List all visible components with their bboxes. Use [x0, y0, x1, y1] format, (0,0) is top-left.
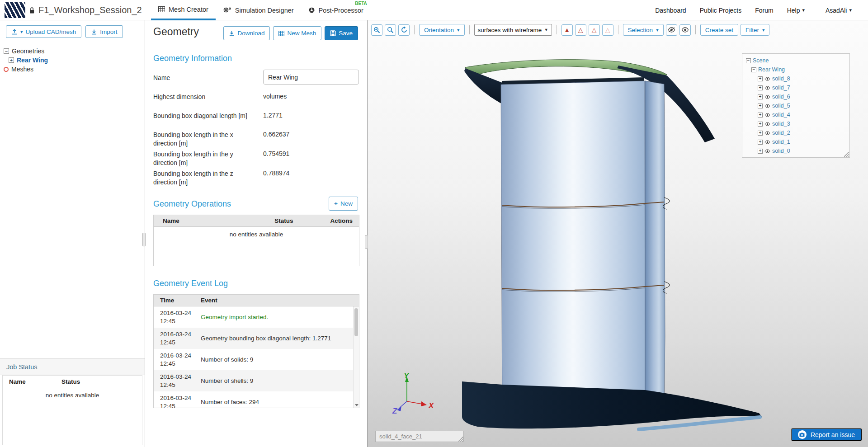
- solid-label[interactable]: solid_4: [772, 112, 790, 118]
- tree-node-meshes[interactable]: Meshes: [4, 65, 48, 74]
- visibility-eye-icon[interactable]: [764, 104, 770, 108]
- scene-label[interactable]: Scene: [753, 57, 769, 64]
- solid-label[interactable]: solid_2: [772, 130, 790, 136]
- reset-view-button[interactable]: [398, 24, 410, 36]
- panel-resize-handle[interactable]: [365, 235, 368, 249]
- axis-y-label: Y: [404, 372, 410, 380]
- visibility-eye-icon[interactable]: [764, 86, 770, 90]
- job-status-empty: no entities available: [3, 388, 142, 399]
- scene-solid-node[interactable]: + solid_2: [742, 128, 849, 137]
- scene-node[interactable]: − Scene: [742, 56, 849, 65]
- solid-label[interactable]: solid_0: [772, 148, 790, 154]
- expand-icon[interactable]: +: [758, 85, 763, 90]
- new-operation-button[interactable]: + New: [329, 197, 358, 211]
- field-value: 1.2771: [263, 112, 283, 120]
- show-selection-button[interactable]: [679, 24, 691, 36]
- mesh-quality-outline-button[interactable]: △: [575, 24, 586, 36]
- field-bbox-z: Bounding box length in the z direction […: [153, 169, 359, 187]
- visibility-eye-icon[interactable]: [764, 149, 770, 153]
- mesh-quality-filled-button[interactable]: ▲: [561, 24, 573, 36]
- nav-public-projects[interactable]: Public Projects: [700, 7, 742, 14]
- expand-icon[interactable]: +: [758, 149, 763, 154]
- scene-solid-node[interactable]: + solid_5: [742, 101, 849, 110]
- save-button[interactable]: Save: [325, 26, 358, 40]
- collapse-icon[interactable]: −: [746, 58, 751, 63]
- page-title: Geometry: [153, 26, 199, 38]
- tab-simulation-designer[interactable]: Simulation Designer: [216, 0, 301, 20]
- mesh-quality-light-button[interactable]: △: [589, 24, 600, 36]
- tree-node-rear-wing[interactable]: + Rear Wing: [4, 56, 48, 65]
- viewport-3d[interactable]: Orientation ▾ surfaces with wireframe ▼ …: [368, 20, 868, 447]
- orientation-dropdown[interactable]: Orientation ▾: [419, 24, 465, 36]
- solid-label[interactable]: solid_7: [772, 85, 790, 91]
- geometry-name-input[interactable]: [263, 70, 359, 85]
- scene-solid-node[interactable]: + solid_6: [742, 92, 849, 101]
- scene-solid-node[interactable]: + solid_8: [742, 74, 849, 83]
- visibility-eye-icon[interactable]: [764, 95, 770, 99]
- solid-label[interactable]: solid_8: [772, 75, 790, 82]
- expand-icon[interactable]: +: [758, 122, 763, 127]
- visibility-eye-icon[interactable]: [764, 77, 770, 81]
- expand-icon[interactable]: +: [758, 140, 763, 145]
- expand-icon[interactable]: +: [758, 76, 763, 81]
- zoom-in-button[interactable]: [371, 24, 382, 36]
- panel-resize-handle[interactable]: [142, 233, 146, 246]
- mesh-quality-lighter-button[interactable]: △: [602, 24, 613, 36]
- expand-icon[interactable]: +: [758, 94, 763, 99]
- download-button[interactable]: Download: [223, 26, 270, 40]
- scene-geometry-node[interactable]: − Rear Wing: [742, 65, 849, 74]
- toolbar-separator: [695, 25, 696, 34]
- expand-icon[interactable]: +: [9, 57, 14, 63]
- panel-resize-grip[interactable]: [844, 152, 849, 157]
- tab-post-processor[interactable]: Post-Processor BETA: [301, 0, 371, 20]
- upload-cad-mesh-button[interactable]: ▾ Upload CAD/mesh: [6, 25, 81, 38]
- scrollbar-thumb[interactable]: [354, 308, 358, 336]
- event-time: 2016-03-24 12:45: [154, 328, 199, 349]
- resize-grip[interactable]: [458, 437, 463, 442]
- collapse-icon[interactable]: −: [4, 48, 9, 54]
- visibility-eye-icon[interactable]: [764, 131, 770, 135]
- collapse-icon[interactable]: −: [751, 67, 756, 72]
- expand-icon[interactable]: +: [758, 131, 763, 136]
- import-button[interactable]: Import: [85, 25, 123, 38]
- solid-label[interactable]: solid_3: [772, 121, 790, 127]
- selection-dropdown[interactable]: Selection ▾: [623, 24, 664, 36]
- scene-geometry-label[interactable]: Rear Wing: [758, 66, 785, 73]
- visibility-eye-icon[interactable]: [764, 113, 770, 117]
- create-set-button[interactable]: Create set: [700, 24, 738, 36]
- visibility-eye-icon[interactable]: [764, 122, 770, 126]
- nav-user-menu[interactable]: AsadAli ▾: [826, 7, 852, 14]
- scroll-down-arrow[interactable]: [355, 404, 359, 406]
- nav-help-menu[interactable]: Help ▾: [787, 7, 805, 14]
- tab-mesh-creator[interactable]: Mesh Creator: [151, 0, 216, 20]
- solid-label[interactable]: solid_5: [772, 103, 790, 109]
- solid-label[interactable]: solid_6: [772, 94, 790, 100]
- new-mesh-button[interactable]: New Mesh: [273, 26, 321, 40]
- scene-solid-node[interactable]: + solid_7: [742, 83, 849, 92]
- solid-label[interactable]: solid_1: [772, 139, 790, 145]
- scene-solid-node[interactable]: + solid_0: [742, 146, 849, 155]
- hide-selection-button[interactable]: [666, 24, 677, 36]
- expand-icon[interactable]: +: [758, 104, 763, 108]
- left-sidebar: ▾ Upload CAD/mesh Import − Geometries + …: [0, 20, 145, 447]
- app-logo[interactable]: [5, 2, 25, 18]
- render-mode-select[interactable]: surfaces with wireframe ▼: [474, 24, 552, 36]
- scene-solid-node[interactable]: + solid_3: [742, 119, 849, 128]
- scene-solid-node[interactable]: + solid_1: [742, 137, 849, 146]
- report-issue-button[interactable]: Report an issue: [791, 428, 862, 441]
- beta-badge: BETA: [355, 1, 367, 6]
- tree-node-geometries[interactable]: − Geometries: [4, 47, 48, 56]
- scrollbar[interactable]: [353, 306, 359, 408]
- expand-icon[interactable]: +: [758, 113, 763, 118]
- filter-dropdown[interactable]: Filter ▾: [741, 24, 770, 36]
- zoom-box-button[interactable]: [385, 24, 396, 36]
- visibility-eye-icon[interactable]: [764, 140, 770, 144]
- report-issue-label: Report an issue: [811, 431, 855, 438]
- navbar-links: Dashboard Public Projects Forum Help ▾ A…: [655, 0, 852, 20]
- viewport-toolbar: Orientation ▾ surfaces with wireframe ▼ …: [371, 24, 769, 36]
- event-time: 2016-03-24 12:45: [154, 391, 199, 408]
- nav-dashboard[interactable]: Dashboard: [655, 7, 686, 14]
- scene-solid-node[interactable]: + solid_4: [742, 110, 849, 119]
- rear-wing-link[interactable]: Rear Wing: [17, 56, 48, 64]
- nav-forum[interactable]: Forum: [755, 7, 773, 14]
